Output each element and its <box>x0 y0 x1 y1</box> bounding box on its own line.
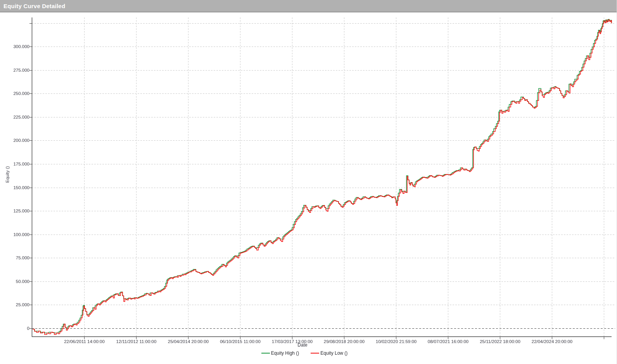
y-tick-label: 50.000 <box>2 279 29 284</box>
equity-low-line-swatch <box>311 353 319 354</box>
legend-label-equity-high: Equity High () <box>271 350 299 356</box>
x-axis-title: Date <box>0 342 605 348</box>
y-tick-label: 125.000 <box>2 208 29 214</box>
y-tick-label: 225.000 <box>2 114 29 120</box>
y-tick-label: 25.000 <box>2 302 29 307</box>
window-titlebar[interactable]: Equity Curve Detailed <box>0 0 617 12</box>
y-tick-label: 100.000 <box>2 232 29 237</box>
y-tick-label: 0 <box>2 326 29 331</box>
y-tick-label: 275.000 <box>2 67 29 73</box>
y-tick-label: 300.000 <box>2 44 29 49</box>
y-tick-label: 175.000 <box>2 161 29 167</box>
y-tick-label: 75.000 <box>2 255 29 260</box>
y-axis-title: Equity () <box>5 166 10 183</box>
equity-high-line-swatch <box>261 353 270 354</box>
y-tick-label: 250.000 <box>2 91 29 96</box>
y-tick-label: 200.000 <box>2 138 29 143</box>
legend-item-equity-high: Equity High () <box>261 350 299 356</box>
window-title: Equity Curve Detailed <box>3 3 65 9</box>
legend-label-equity-low: Equity Low () <box>320 350 347 356</box>
y-tick-label: 150.000 <box>2 185 29 190</box>
legend-item-equity-low: Equity Low () <box>311 350 347 356</box>
equity-chart-canvas <box>0 0 617 364</box>
chart-legend: Equity High () Equity Low () <box>0 350 609 356</box>
